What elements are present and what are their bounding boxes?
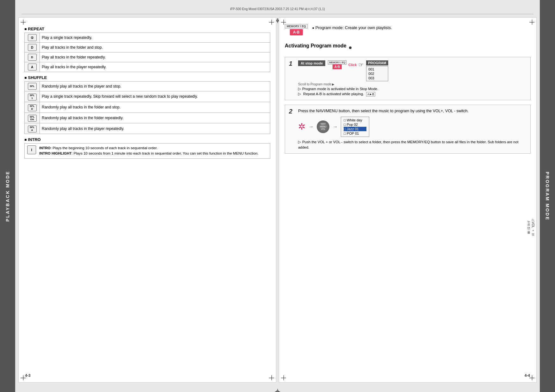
intro-text-1: : Plays the beginning 10 seconds of each… [51, 146, 158, 150]
main-content: iFP-500 Eng Mood 030723USA 2003.7.25 12:… [15, 0, 540, 392]
arrow-right-icon-2: → [333, 124, 338, 130]
table-row: D Play all tracks in the folder repeated… [25, 52, 270, 62]
right-page: MEMORY / EQ A·B ● Program mode: Create y… [279, 17, 537, 383]
asterisk-icon: ✲ [298, 121, 305, 132]
intro-text-2: : Plays 10 seconds from 1 minute into ea… [72, 151, 259, 155]
right-side-tab: PROGRAM MODE [540, 0, 555, 392]
step2-container: 2 Press the NAVI/MENU button, then selec… [285, 105, 531, 154]
list-item-highlighted: □ Jazz 01 [344, 127, 366, 131]
pages-container: REPEAT ① Play a single track repeatedly.… [15, 14, 540, 386]
reg-mark-tl-r [281, 20, 286, 25]
program-desc: ● Program mode: Create your own playlist… [312, 24, 531, 30]
step1-ab: A·B [333, 64, 342, 69]
hand-cursor-icon: ☞ [359, 61, 364, 68]
program-box-label: PROGRAM [366, 60, 388, 65]
memory-eq-label: MEMORY / EQ [285, 24, 308, 28]
repeat-desc-4: Play all tracks in the player repeatedly… [40, 62, 270, 72]
shuffle-desc-1: Randomly play all tracks in the player a… [40, 82, 270, 91]
table-row: SFLD Randomly play all tracks in the fol… [25, 102, 270, 113]
arrow-right-icon: → [309, 124, 314, 130]
step1-note1: Program mode is activated while in Stop … [298, 87, 527, 91]
shuffle-desc-4: Randomly play all tracks in the folder r… [40, 113, 270, 123]
table-row: A Play all tracks in the player repeated… [25, 62, 270, 72]
table-row: SFL Randomly play all tracks in the play… [25, 82, 270, 91]
repeat-desc-1: Play a single track repeatedly. [40, 33, 270, 43]
shuffle-header: SHUFFLE [24, 75, 270, 80]
shuffle-table: SFL Randomly play all tracks in the play… [24, 81, 270, 134]
badge-repeat-1: ① [28, 34, 37, 41]
list-item: □ POP 01 [344, 131, 366, 136]
intro-header: INTRO [24, 137, 270, 142]
program-header: MEMORY / EQ A·B ● Program mode: Create y… [285, 24, 531, 39]
step1-container: 1 At stop mode MEMORY / EQ A·B Click [285, 57, 531, 100]
badge-sfl-1: SFL1 [28, 94, 37, 101]
intro-bold-1: INTRO [39, 146, 51, 150]
intro-text: INTRO: Plays the beginning 10 seconds of… [39, 145, 259, 156]
left-page-num: 4-3 [25, 373, 30, 378]
navi-icon: NAVIMENUVOL [317, 120, 329, 133]
table-row: D Play all tracks in the folder and stop… [25, 43, 270, 52]
step2-row: ✲ → NAVIMENUVOL → □ White day □ Pop 02 [298, 117, 527, 137]
repeat-desc-3: Play all tracks in the folder repeatedly… [40, 52, 270, 62]
badge-repeat-a: A [28, 64, 37, 70]
reg-mark-br-r [529, 375, 534, 380]
right-page-num: 4-4 [525, 373, 530, 378]
step1-label: At stop mode [298, 60, 325, 66]
table-row: SFL1 Play a single track repeatedly. Ski… [25, 91, 270, 102]
list-item: 002 [368, 71, 386, 76]
reg-mark-bl-r [281, 375, 286, 380]
step1-memory-eq: MEMORY / EQ A·B [328, 60, 346, 69]
program-intro-text: Program mode: Create your own playlists. [315, 25, 392, 30]
ab-button[interactable]: A·B [290, 29, 303, 35]
list-item: 003 [368, 76, 386, 80]
ab-small-badge: A►B [366, 92, 375, 96]
step2-num: 2 [289, 108, 292, 114]
center-reg-bottom [275, 389, 280, 392]
step1-num: 1 [289, 60, 292, 67]
step1-note2: Repeat A-B is activated while playing. A… [298, 92, 527, 96]
left-side-tab: PLAYBACK MODE [0, 0, 15, 392]
intro-icon: I [27, 145, 36, 154]
badge-sfl: SFL [28, 83, 37, 90]
korean-note: ▷VOL＋또 누르면 폴 [526, 218, 535, 234]
repeat-table: ① Play a single track repeatedly. D Play… [24, 33, 270, 72]
badge-repeat-d1: D [28, 44, 37, 51]
step1-program-box: PROGRAM 001 002 003 [366, 60, 388, 81]
step1-mem-label: MEMORY / EQ [328, 60, 346, 64]
shuffle-desc-2: Play a single track repeatedly. Skip for… [40, 91, 270, 102]
badge-repeat-d2: D [28, 54, 37, 61]
step1-row: At stop mode MEMORY / EQ A·B Click ☞ [298, 60, 527, 81]
reg-mark-tl [21, 20, 26, 25]
step2-desc: Press the NAVI/MENU button, then select … [298, 108, 527, 114]
reg-mark-tr [269, 20, 274, 25]
list-item: □ White day [344, 118, 366, 122]
step2-content: Press the NAVI/MENU button, then select … [298, 108, 527, 150]
activating-title: Activating Program mode [285, 43, 346, 49]
badge-sfl-d: SFLD [28, 104, 37, 111]
reg-mark-br [269, 375, 274, 380]
badge-sfl-da: SFLDA [28, 115, 37, 122]
intro-section: I INTRO: Plays the beginning 10 seconds … [24, 143, 270, 159]
repeat-header: REPEAT [24, 27, 270, 31]
intro-bold-2: INTRO HIGHLIGHT [39, 151, 72, 155]
shuffle-desc-5: Randomly play all tracks in the player r… [40, 123, 270, 134]
bullet-dot [349, 46, 352, 49]
repeat-desc-2: Play all tracks in the folder and stop. [40, 43, 270, 52]
left-page: REPEAT ① Play a single track repeatedly.… [18, 17, 276, 383]
table-row: SFLA Randomly play all tracks in the pla… [25, 123, 270, 134]
table-row: SFLDA Randomly play all tracks in the fo… [25, 113, 270, 123]
reg-mark-tr-r [529, 20, 534, 25]
click-label: Click [348, 63, 357, 67]
scroll-label: Scroll to Program mode ▶ [298, 83, 527, 86]
list-item: 001 [368, 67, 386, 71]
header-title: iFP-500 Eng Mood 030723USA 2003.7.25 12:… [22, 6, 533, 14]
shuffle-desc-3: Randomly play all tracks in the folder a… [40, 102, 270, 113]
step1-content: At stop mode MEMORY / EQ A·B Click ☞ [298, 60, 527, 97]
table-row: ① Play a single track repeatedly. [25, 33, 270, 43]
program-list: 001 002 003 [366, 66, 388, 81]
badge-sfl-a: SFLA [28, 126, 37, 132]
playlist-box: □ White day □ Pop 02 □ Jazz 01 □ POP 01 [341, 117, 369, 137]
list-item: □ Pop 02 [344, 122, 366, 127]
step2-push-note: Push the VOL + or VOL - switch to select… [298, 139, 527, 150]
memory-eq-button: MEMORY / EQ A·B [285, 24, 308, 35]
